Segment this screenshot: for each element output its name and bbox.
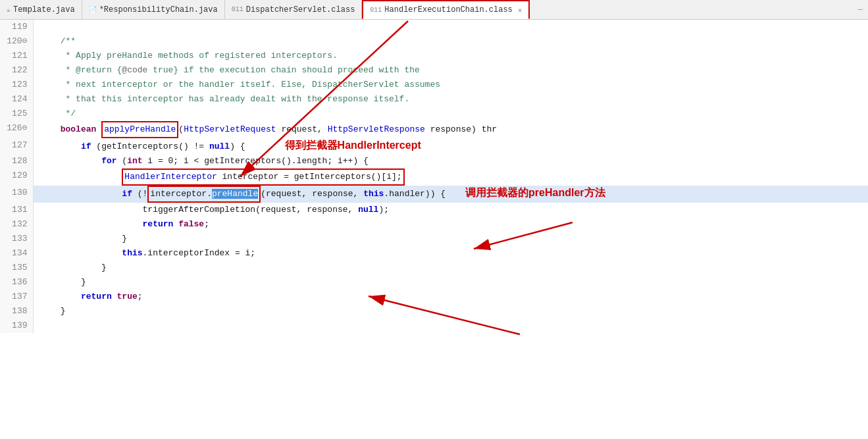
line-number: 119 bbox=[0, 20, 33, 34]
code-line: */ bbox=[33, 107, 868, 121]
line-number: 129 bbox=[0, 168, 33, 186]
class-file-icon-2: 011 bbox=[370, 7, 382, 14]
annotation-pre-handler: 调用拦截器的preHandler方法 bbox=[465, 187, 605, 198]
line-number: 135 bbox=[0, 261, 33, 275]
code-line: * next interceptor or the handler itself… bbox=[33, 78, 868, 92]
tab-bar: ☕ Template.java 📄 *ResponsibilityChain.j… bbox=[0, 0, 868, 20]
table-row: 121 * Apply preHandle methods of registe… bbox=[0, 49, 868, 63]
tab-responsibility-chain-java[interactable]: 📄 *ResponsibilityChain.java bbox=[82, 0, 225, 19]
table-row: 136 } bbox=[0, 275, 868, 290]
annotation-get-interceptors: 得到拦截器HandlerIntercept bbox=[285, 140, 421, 151]
code-line: } bbox=[33, 304, 868, 319]
line-number: 122 bbox=[0, 63, 33, 78]
line-number: 136 bbox=[0, 275, 33, 290]
table-row: 137 return true; bbox=[0, 290, 868, 304]
code-line: } bbox=[33, 275, 868, 290]
line-number: 137 bbox=[0, 290, 33, 304]
line-number: 121 bbox=[0, 49, 33, 63]
code-line: HandlerInterceptor interceptor = getInte… bbox=[33, 168, 868, 186]
table-row: 133 } bbox=[0, 232, 868, 246]
line-number: 132 bbox=[0, 217, 33, 232]
code-line: } bbox=[33, 261, 868, 275]
line-number: 133 bbox=[0, 232, 33, 246]
code-line: * Apply preHandle methods of registered … bbox=[33, 49, 868, 63]
code-line: } bbox=[33, 232, 868, 246]
table-row: 125 */ bbox=[0, 107, 868, 121]
table-row: 126⊖ boolean applyPreHandle(HttpServletR… bbox=[0, 121, 868, 138]
code-line: /** bbox=[33, 34, 868, 49]
table-row: 139 bbox=[0, 319, 868, 333]
table-row: 134 this.interceptorIndex = i; bbox=[0, 246, 868, 261]
tab-label-3: DispatcherServlet.class bbox=[246, 5, 355, 14]
code-line: triggerAfterCompletion(request, response… bbox=[33, 203, 868, 217]
table-row: 119 bbox=[0, 20, 868, 34]
tab-close-icon[interactable]: ✕ bbox=[518, 6, 523, 14]
tab-label: Template.java bbox=[13, 5, 75, 14]
code-editor: 119 120⊖ /** 121 * Apply preHandle metho… bbox=[0, 20, 868, 439]
code-table: 119 120⊖ /** 121 * Apply preHandle metho… bbox=[0, 20, 868, 333]
minimize-button[interactable]: — bbox=[858, 5, 863, 14]
line-number: 126⊖ bbox=[0, 121, 33, 138]
table-row: 128 for (int i = 0; i < getInterceptors(… bbox=[0, 154, 868, 168]
tab-label-2: *ResponsibilityChain.java bbox=[99, 5, 218, 14]
table-row: 129 HandlerInterceptor interceptor = get… bbox=[0, 168, 868, 186]
code-line: * that this interceptor has already deal… bbox=[33, 92, 868, 107]
table-row: 138 } bbox=[0, 304, 868, 319]
java-file-icon: ☕ bbox=[7, 6, 11, 14]
table-row: 127 if (getInterceptors() != null) {得到拦截… bbox=[0, 138, 868, 154]
table-row: 132 return false; bbox=[0, 217, 868, 232]
line-number: 134 bbox=[0, 246, 33, 261]
code-line bbox=[33, 319, 868, 333]
code-line: return true; bbox=[33, 290, 868, 304]
table-row: 124 * that this interceptor has already … bbox=[0, 92, 868, 107]
line-number: 124 bbox=[0, 92, 33, 107]
line-number: 120⊖ bbox=[0, 34, 33, 49]
tab-handler-execution-chain[interactable]: 011 HandlerExecutionChain.class ✕ bbox=[362, 0, 530, 19]
line-number: 123 bbox=[0, 78, 33, 92]
code-line: this.interceptorIndex = i; bbox=[33, 246, 868, 261]
tab-label-4: HandlerExecutionChain.class bbox=[384, 5, 512, 14]
tab-template-java[interactable]: ☕ Template.java bbox=[0, 0, 82, 19]
table-row: 123 * next interceptor or the handler it… bbox=[0, 78, 868, 92]
code-line bbox=[33, 20, 868, 34]
line-number: 125 bbox=[0, 107, 33, 121]
code-line: * @return {@code true} if the execution … bbox=[33, 63, 868, 78]
class-file-icon: 011 bbox=[232, 6, 243, 13]
table-row: 131 triggerAfterCompletion(request, resp… bbox=[0, 203, 868, 217]
table-row: 135 } bbox=[0, 261, 868, 275]
tab-dispatcher-servlet[interactable]: 011 DispatcherServlet.class bbox=[225, 0, 363, 19]
code-line: if (!interceptor.preHandle(request, resp… bbox=[33, 186, 868, 203]
line-number: 130 bbox=[0, 186, 33, 203]
table-row: 120⊖ /** bbox=[0, 34, 868, 49]
code-line: return false; bbox=[33, 217, 868, 232]
line-number: 138 bbox=[0, 304, 33, 319]
java-file-icon-2: 📄 bbox=[89, 6, 97, 14]
code-line: if (getInterceptors() != null) {得到拦截器Han… bbox=[33, 138, 868, 154]
line-number: 139 bbox=[0, 319, 33, 333]
line-number: 131 bbox=[0, 203, 33, 217]
line-number: 128 bbox=[0, 154, 33, 168]
line-number: 127 bbox=[0, 138, 33, 154]
code-line: for (int i = 0; i < getInterceptors().le… bbox=[33, 154, 868, 168]
code-line: boolean applyPreHandle(HttpServletReques… bbox=[33, 121, 868, 138]
table-row: 130 if (!interceptor.preHandle(request, … bbox=[0, 186, 868, 203]
table-row: 122 * @return {@code true} if the execut… bbox=[0, 63, 868, 78]
